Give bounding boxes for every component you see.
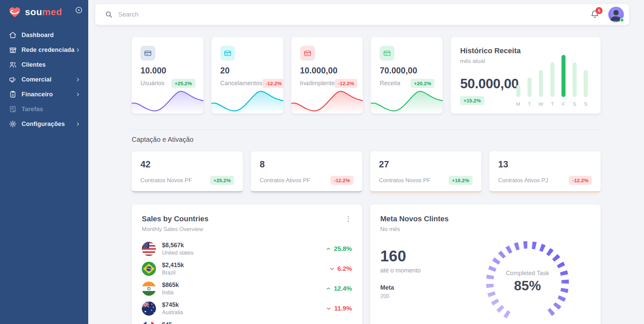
sales-country-list: $8,567k United states 25.8%	[142, 241, 352, 324]
tasks-icon	[9, 105, 17, 113]
cap-value: 42	[140, 159, 234, 170]
card-title: Sales by Countries	[142, 215, 208, 223]
trend-sparkline	[132, 85, 203, 114]
sales-percent: 11.9%	[326, 305, 352, 312]
stat-label: Receita	[380, 80, 400, 87]
cap-value: 13	[498, 159, 592, 170]
brand-text-sou: sou	[25, 7, 42, 17]
cap-card-contratos-novos-pf-2: 27 Contratos Novos PF +18.2%	[370, 151, 481, 192]
online-status-dot	[620, 18, 624, 22]
cap-card-contratos-ativos-pf: 8 Contratos Ativos PF -12.2%	[251, 151, 362, 192]
day-label: F	[562, 101, 565, 107]
brand: soumed	[0, 0, 88, 22]
stat-card-inadimplente: 10.000,00 Inadimplente -12.2%	[291, 37, 363, 114]
sidebar-item-label: Configurações	[22, 121, 65, 128]
sidebar-item-dashboard[interactable]: Dashboard	[0, 28, 88, 42]
sidebar-item-label: Financeiro	[22, 91, 53, 98]
trend-badge: +15.2%	[460, 96, 484, 105]
main-area: 5 10.000 Usuários	[88, 0, 644, 324]
stat-value: 20	[220, 66, 283, 75]
historico-bar	[584, 70, 588, 97]
sales-percent: 25.8%	[325, 245, 352, 253]
weekly-bar-chart: M T W T F S S	[516, 54, 588, 107]
sidebar-collapse-toggle-icon[interactable]	[75, 6, 83, 14]
megaphone-icon	[9, 75, 17, 84]
stat-label: Inadimplente	[300, 80, 335, 87]
sidebar-item-tarefas[interactable]: Tarefas	[0, 102, 88, 117]
chevron-right-icon	[75, 121, 81, 127]
sales-amount: $865k	[162, 282, 179, 289]
credit-card-icon	[140, 46, 155, 61]
cap-label: Contratos Novos PF	[379, 177, 430, 184]
invoice-dollar-icon: $	[9, 90, 17, 98]
chevron-right-icon	[75, 47, 81, 53]
stat-value: 10.000,00	[300, 66, 363, 75]
day-label: S	[584, 101, 587, 107]
historico-bar	[561, 55, 566, 97]
sidebar-item-rede-credenciada[interactable]: Rede credenciada	[0, 42, 88, 57]
section-heading: Captação e Ativação	[132, 136, 601, 143]
svg-text:$: $	[12, 93, 13, 97]
us-flag-icon	[142, 242, 156, 256]
section-divider	[132, 129, 601, 130]
sales-percent: 12.4%	[325, 285, 352, 292]
sales-country-row: $2,415k Brazil 6.2%	[142, 261, 352, 277]
trend-badge: -12.2%	[335, 79, 358, 88]
stat-card-receita: 70.000,00 Receita +20.2%	[371, 37, 443, 114]
users-icon	[9, 61, 17, 69]
brazil-flag-icon	[142, 262, 156, 276]
sidebar-item-clientes[interactable]: Clientes	[0, 57, 88, 72]
trend-badge: +25.2%	[210, 176, 234, 185]
sales-country: India	[162, 290, 179, 296]
notifications-button[interactable]: 5	[590, 10, 600, 19]
gear-icon	[9, 120, 17, 128]
sidebar: soumed Dashboard Rede credenciada	[0, 0, 88, 324]
sidebar-item-label: Tarefas	[22, 106, 43, 113]
sidebar-item-configuracoes[interactable]: Configurações	[0, 117, 88, 131]
sales-by-countries-card: Sales by Countries Monthly Sales Overvie…	[132, 204, 362, 324]
stat-value: 70.000,00	[380, 66, 443, 75]
historico-bar	[516, 85, 520, 97]
gauge-label: Completed Task	[482, 270, 573, 277]
stat-label: Cancelamentos	[220, 80, 262, 87]
historico-bar	[573, 62, 577, 97]
cap-value: 27	[379, 159, 473, 170]
notification-count-badge: 5	[595, 7, 603, 14]
historico-bar	[527, 77, 532, 97]
sidebar-item-financeiro[interactable]: $ Financeiro	[0, 87, 88, 102]
chevron-up-icon	[325, 286, 331, 292]
dashboard-content: 10.000 Usuários +25.2% 20	[132, 37, 601, 324]
card-subtitle: Monthly Sales Overview	[142, 226, 208, 233]
day-label: T	[528, 101, 531, 107]
card-title: Meta Novos Clintes	[380, 215, 590, 223]
top-navbar: 5	[95, 4, 629, 25]
stat-card-usuarios: 10.000 Usuários +25.2%	[132, 37, 203, 114]
sales-amount: $2,415k	[162, 262, 184, 269]
stat-card-cancelamentos: 20 Cancelamentos -12.2%	[212, 37, 283, 114]
cap-label: Contratos Ativos PJ	[498, 177, 548, 184]
sidebar-item-comercial[interactable]: Comercial	[0, 72, 88, 87]
australia-flag-icon	[142, 301, 156, 316]
credit-card-icon	[220, 46, 235, 61]
brand-name: soumed	[25, 7, 62, 18]
india-flag-icon	[142, 282, 156, 296]
more-options-icon[interactable]	[345, 215, 352, 223]
trend-badge: -12.2%	[569, 176, 592, 185]
user-avatar[interactable]	[608, 7, 624, 22]
sales-amount: $8,567k	[162, 242, 193, 249]
stat-label: Usuários	[140, 80, 164, 87]
sales-country: Australia	[162, 310, 183, 316]
home-icon	[9, 31, 17, 39]
trend-badge: -12.2%	[262, 79, 283, 88]
chevron-down-icon	[329, 266, 335, 272]
sidebar-item-label: Clientes	[22, 61, 46, 68]
stats-row: 10.000 Usuários +25.2% 20	[132, 37, 601, 114]
sales-country-row: $45 France 16.2%	[142, 320, 352, 324]
trend-sparkline	[212, 85, 283, 114]
search-input[interactable]	[118, 11, 590, 18]
cap-label: Contratos Ativos PF	[260, 177, 310, 184]
sales-country-row: $8,567k United states 25.8%	[142, 241, 352, 257]
brand-heart-logo-icon	[8, 5, 22, 19]
day-label: W	[539, 101, 543, 107]
chevron-up-icon	[325, 246, 331, 252]
